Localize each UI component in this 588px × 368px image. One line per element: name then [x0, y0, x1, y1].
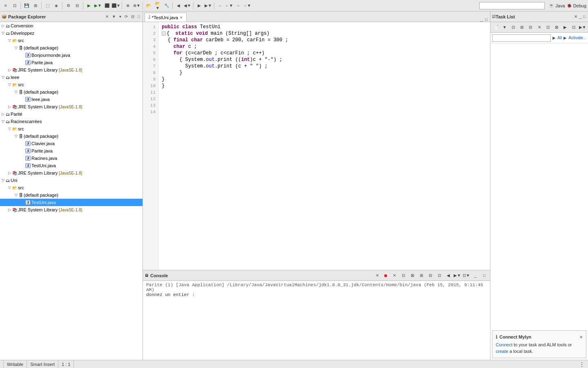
code-content[interactable]: public class TestUni -{ static void main…	[158, 22, 490, 270]
tree-item-developpez-jre[interactable]: ▷📚JRE System Library [JavaSE-1.8]	[0, 66, 143, 74]
editor-maximize-icon[interactable]: □	[484, 17, 488, 22]
tree-item-racines-jre[interactable]: ▷📚JRE System Library [JavaSE-1.8]	[0, 169, 143, 177]
toolbar-btn-run2[interactable]: ▶▼	[94, 2, 102, 10]
toolbar-btn-1[interactable]: ≡	[2, 2, 10, 10]
panel-minimize-icon[interactable]: ▼	[111, 14, 117, 19]
connect-mylyn-close-icon[interactable]: ✕	[579, 335, 583, 339]
task-btn-6[interactable]: ⊡	[544, 23, 552, 31]
tree-item-clavier[interactable]: JClavier.java	[0, 140, 143, 147]
panel-close-icon[interactable]: ✕	[105, 14, 109, 19]
task-list-minimize-icon[interactable]: _	[578, 14, 582, 19]
panel-maximize-icon[interactable]: □	[137, 14, 141, 19]
toolbar-btn-12[interactable]: ◀	[174, 2, 183, 10]
toolbar-btn-7[interactable]: ⊕	[124, 2, 132, 10]
toolbar-btn-debug[interactable]: ⬛	[103, 2, 111, 10]
task-filter-activate[interactable]: Activate...	[568, 36, 586, 40]
tree-item-developpez-src[interactable]: ▽📂src	[0, 37, 143, 44]
fold-marker-line2[interactable]: -	[162, 31, 166, 36]
console-maximize-btn[interactable]: □	[480, 272, 488, 280]
toolbar-btn-fwd[interactable]: →	[234, 2, 242, 10]
console-btn-1[interactable]: ✕	[390, 272, 399, 280]
tree-item-ieee[interactable]: ▽🗂Ieee	[0, 74, 143, 81]
console-btn-5[interactable]: ⊟	[426, 272, 434, 280]
console-btn-6[interactable]: ⊡	[435, 272, 443, 280]
panel-menu-icon[interactable]: ▾	[118, 14, 122, 19]
task-btn-2[interactable]: ⊡	[509, 23, 517, 31]
tree-item-developpez-pkg[interactable]: ▽🗄(default package)	[0, 44, 143, 52]
toolbar-btn-10[interactable]: 📂▼	[154, 2, 162, 10]
tree-item-uni[interactable]: ▽🗂Uni	[0, 177, 143, 184]
toolbar-btn-2[interactable]: ⊡	[11, 2, 19, 10]
toolbar-btn-15[interactable]: ▶▼	[204, 2, 212, 10]
task-list-maximize-icon[interactable]: □	[582, 14, 586, 19]
tree-item-developpez[interactable]: ▽🗂Développez	[0, 29, 143, 37]
tree-item-ieee-pkg[interactable]: ▽🗄(default package)	[0, 88, 143, 96]
tree-item-uni-pkg[interactable]: ▽🗄(default package)	[0, 191, 143, 199]
perspective-debug-label[interactable]: Debug	[573, 3, 586, 8]
tree-item-testuni-uni[interactable]: JTestUni.java	[0, 199, 143, 206]
connect-mylyn-link2[interactable]: create	[496, 349, 508, 354]
toolbar-btn-back2[interactable]: ←▼	[225, 2, 233, 10]
tree-item-parite[interactable]: ▷🗂Parité	[0, 110, 143, 118]
code-editor[interactable]: 1234567891011121314 public class TestUni…	[143, 22, 490, 270]
editor-tab-testuni[interactable]: J *TestUni.java ✕	[145, 13, 187, 22]
task-btn-8[interactable]: ▶	[561, 23, 569, 31]
tree-item-uni-jre[interactable]: ▷📚JRE System Library [JavaSE-1.8]	[0, 206, 143, 213]
tree-item-racines-java[interactable]: JRacines.java	[0, 155, 143, 162]
perspective-java-label[interactable]: Java	[555, 3, 565, 8]
tree-item-racines[interactable]: ▽🗂Racinescarrées	[0, 118, 143, 125]
task-filter-all[interactable]: All	[557, 36, 562, 40]
console-btn-8[interactable]: ▶▼	[453, 272, 461, 280]
panel-sync-icon[interactable]: ⟳	[124, 14, 129, 19]
toolbar-btn-8[interactable]: ⊕▼	[133, 2, 141, 10]
task-filter-input[interactable]	[492, 34, 551, 42]
panel-collapse-icon[interactable]: ⊟	[130, 14, 135, 19]
status-menu-icon[interactable]: ⋮	[579, 361, 585, 368]
console-stop-btn[interactable]: ■	[381, 272, 390, 280]
editor-minimize-icon[interactable]: _	[479, 17, 483, 22]
tree-item-racines-src[interactable]: ▽📂src	[0, 125, 143, 132]
tree-item-parite-racines[interactable]: JParite.java	[0, 147, 143, 155]
toolbar-btn-13[interactable]: ◀▼	[183, 2, 192, 10]
toolbar-search-input[interactable]	[479, 2, 545, 9]
task-btn-7[interactable]: ⊠	[552, 23, 560, 31]
toolbar-btn-14[interactable]: ▶	[195, 2, 203, 10]
toolbar-btn-save-all[interactable]: ⊞	[31, 2, 40, 10]
toolbar-btn-save[interactable]: 💾	[22, 2, 31, 10]
tree-item-testuni-racines[interactable]: JTestUni.java	[0, 162, 143, 169]
tree-item-racines-pkg[interactable]: ▽🗄(default package)	[0, 132, 143, 140]
connect-mylyn-link1[interactable]: Connect	[496, 342, 512, 347]
tree-item-ieee-jre[interactable]: ▷📚JRE System Library [JavaSE-1.8]	[0, 103, 143, 110]
console-btn-2[interactable]: ⊡	[399, 272, 408, 280]
toolbar-btn-9[interactable]: 📂	[145, 2, 153, 10]
console-minimize-btn[interactable]: _	[471, 272, 479, 280]
console-btn-4[interactable]: ⊞	[417, 272, 425, 280]
console-btn-3[interactable]: ⊠	[408, 272, 416, 280]
task-btn-3[interactable]: ⊞	[518, 23, 526, 31]
task-list-close-icon[interactable]: ✕	[573, 14, 578, 19]
tree-item-ieee-src[interactable]: ▽📂src	[0, 81, 143, 88]
package-explorer-tree[interactable]: ▷🗂Conversion▽🗂Développez▽📂src▽🗄(default …	[0, 22, 143, 360]
toolbar-btn-5[interactable]: ⚙	[64, 2, 72, 10]
tab-close-icon[interactable]: ✕	[180, 16, 183, 20]
toolbar-btn-debug2[interactable]: ⬛▼	[112, 2, 120, 10]
toolbar-btn-back[interactable]: ←	[216, 2, 224, 10]
task-btn-5[interactable]: ✕	[535, 23, 543, 31]
toolbar-btn-fwd2[interactable]: →▼	[243, 2, 251, 10]
toolbar-btn-run[interactable]: ▶	[85, 2, 93, 10]
tree-item-uni-src[interactable]: ▽📂src	[0, 184, 143, 191]
task-btn-10[interactable]: ▶▼	[579, 23, 586, 31]
toolbar-btn-4[interactable]: ◈	[52, 2, 60, 10]
tree-item-parite-dev[interactable]: JParite.java	[0, 59, 143, 66]
toolbar-btn-3[interactable]: ⬚	[43, 2, 51, 10]
task-btn-9[interactable]: ⊡	[570, 23, 578, 31]
task-btn-1[interactable]: ▼	[501, 23, 508, 31]
task-new-btn[interactable]: 📄	[492, 23, 500, 31]
tree-item-bonjourmonde[interactable]: JBonjourmonde.java	[0, 52, 143, 59]
console-btn-7[interactable]: ◀	[444, 272, 452, 280]
task-btn-4[interactable]: ⊟	[527, 23, 535, 31]
console-content[interactable]: Parite (1) [Java Application] /Library/J…	[143, 281, 490, 360]
console-btn-9[interactable]: ⊡▼	[462, 272, 470, 280]
toolbar-btn-6[interactable]: ⊟	[73, 2, 81, 10]
console-close-icon[interactable]: ✕	[375, 273, 380, 278]
